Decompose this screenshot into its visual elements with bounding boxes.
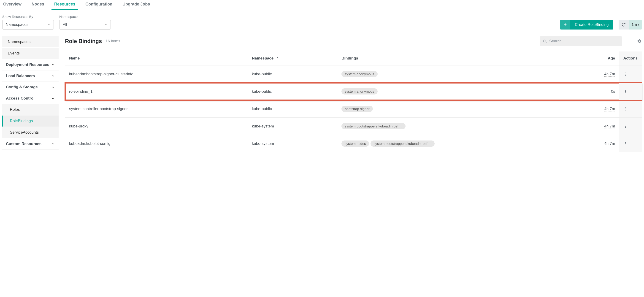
binding-badge: bootstrap-signer (342, 106, 372, 112)
item-count: 16 items (106, 39, 120, 44)
top-tabs: Overview Nodes Resources Configuration U… (0, 0, 644, 10)
refresh-group: 1m ▾ (618, 20, 642, 30)
cell-actions (619, 100, 642, 118)
show-by-select[interactable]: Namespaces (2, 20, 54, 30)
col-namespace[interactable]: Namespace (248, 52, 338, 66)
sidebar-group-config-storage[interactable]: Config & Storage (2, 82, 58, 93)
sidebar-group-label: Access Control (6, 96, 34, 101)
sidebar-group-custom-resources[interactable]: Custom Resources (2, 138, 58, 150)
caret-down-icon: ▾ (638, 24, 639, 26)
sidebar-group-deployment-resources[interactable]: Deployment Resources (2, 59, 58, 70)
search-box[interactable] (540, 36, 622, 46)
col-namespace-label: Namespace (252, 56, 274, 60)
chevron-up-icon (51, 96, 55, 100)
svg-point-7 (625, 92, 626, 93)
sidebar-item-roles[interactable]: Roles (2, 104, 58, 115)
col-age[interactable]: Age (596, 52, 619, 66)
refresh-icon (622, 23, 626, 27)
sidebar-item-events[interactable]: Events (2, 48, 58, 59)
cell-namespace: kube-public (248, 83, 338, 100)
sidebar-item-rolebindings[interactable]: RoleBindings (2, 116, 58, 126)
cell-age: 4h 7m (596, 66, 619, 83)
table-row[interactable]: kube-proxykube-systemsystem:bootstrapper… (65, 118, 642, 135)
chevron-down-icon (102, 20, 110, 29)
col-name[interactable]: Name (65, 52, 248, 66)
row-actions-button[interactable] (624, 124, 638, 128)
binding-badge: system:anonymous (342, 71, 378, 77)
cell-actions (619, 66, 642, 83)
filter-show-by: Show Resources By Namespaces (2, 15, 54, 30)
sidebar-item-serviceaccounts[interactable]: ServiceAccounts (2, 127, 58, 138)
svg-point-0 (544, 40, 546, 42)
cell-name: rolebinding_1 (65, 83, 248, 100)
chevron-down-icon (45, 20, 54, 29)
svg-point-14 (625, 142, 626, 143)
sidebar-group-load-balancers[interactable]: Load Balancers (2, 70, 58, 82)
binding-badge: system:nodes (342, 140, 369, 147)
filter-namespace-label: Namespace (59, 15, 111, 18)
cell-bindings: system:nodessystem:bootstrappers:kubeadm… (337, 135, 596, 152)
tab-overview[interactable]: Overview (2, 0, 22, 10)
tab-resources[interactable]: Resources (53, 0, 76, 10)
svg-point-9 (625, 108, 626, 109)
cell-age: 0s (596, 83, 619, 100)
sidebar-item-namespaces[interactable]: Namespaces (2, 36, 58, 47)
sort-asc-icon (276, 56, 279, 60)
cell-age: 4h 7m (596, 100, 619, 118)
binding-badge: system:bootstrappers:kubeadm:defau… (342, 123, 406, 129)
binding-badge: system:bootstrappers:kubeadm:defau… (370, 140, 434, 147)
row-actions-button[interactable] (624, 107, 638, 111)
row-actions-button[interactable] (624, 90, 638, 94)
rolebindings-table: Name Namespace Bindings Age Actions kube… (65, 52, 642, 152)
search-input[interactable] (549, 39, 619, 44)
cell-bindings: system:bootstrappers:kubeadm:defau… (337, 118, 596, 135)
cell-actions (619, 135, 642, 152)
svg-point-2 (625, 72, 626, 73)
sidebar-group-label: Deployment Resources (6, 62, 49, 67)
tab-upgrade-jobs[interactable]: Upgrade Jobs (122, 0, 151, 10)
cell-namespace: kube-public (248, 100, 338, 118)
cell-age: 4h 7m (596, 135, 619, 152)
svg-point-13 (625, 127, 626, 128)
svg-point-10 (625, 110, 626, 110)
cell-name: kubeadm:bootstrap-signer-clusterinfo (65, 66, 248, 83)
filter-bar: Show Resources By Namespaces Namespace A… (0, 15, 644, 30)
chevron-down-icon (51, 85, 55, 89)
cell-namespace: kube-system (248, 118, 338, 135)
cell-bindings: system:anonymous (337, 83, 596, 100)
table-row[interactable]: kubeadm:bootstrap-signer-clusterinfokube… (65, 66, 642, 83)
filter-show-by-label: Show Resources By (2, 15, 54, 18)
cell-name: kube-proxy (65, 118, 248, 135)
namespace-select[interactable]: All (59, 20, 111, 30)
col-actions: Actions (619, 52, 642, 66)
row-actions-button[interactable] (624, 142, 638, 146)
table-row[interactable]: system:controller:bootstrap-signerkube-p… (65, 100, 642, 118)
content-header: Role Bindings 16 items (65, 36, 642, 46)
sidebar-group-label: Load Balancers (6, 74, 35, 78)
row-actions-button[interactable] (624, 72, 638, 76)
settings-button[interactable] (637, 39, 642, 44)
cell-namespace: kube-public (248, 66, 338, 83)
cell-actions (619, 118, 642, 135)
cell-actions (619, 83, 642, 100)
svg-point-5 (625, 90, 626, 90)
svg-point-4 (625, 75, 626, 76)
svg-point-15 (625, 143, 626, 144)
table-row[interactable]: kubeadm:kubelet-configkube-systemsystem:… (65, 135, 642, 152)
cell-namespace: kube-system (248, 135, 338, 152)
svg-point-11 (625, 125, 626, 126)
tab-nodes[interactable]: Nodes (31, 0, 45, 10)
table-row[interactable]: rolebinding_1kube-publicsystem:anonymous… (65, 83, 642, 100)
tab-configuration[interactable]: Configuration (84, 0, 113, 10)
cell-name: kubeadm:kubelet-config (65, 135, 248, 152)
sidebar-group-access-control[interactable]: Access Control (2, 93, 58, 104)
refresh-interval-value: 1m (632, 22, 637, 27)
chevron-down-icon (51, 63, 55, 66)
create-rolebinding-button[interactable]: + Create RoleBinding (560, 20, 613, 30)
namespace-value: All (60, 22, 102, 27)
cell-age: 4h 7m (596, 118, 619, 135)
binding-badge: system:anonymous (342, 88, 378, 94)
sidebar-group-label: Custom Resources (6, 142, 42, 146)
refresh-interval-select[interactable]: 1m ▾ (629, 20, 642, 30)
refresh-button[interactable] (618, 20, 629, 30)
